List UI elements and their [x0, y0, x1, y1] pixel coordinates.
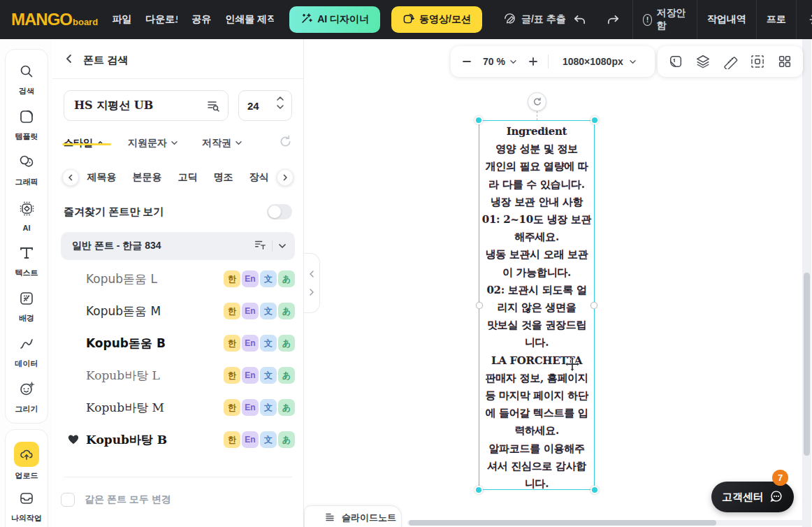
slide-note-label: 슬라이드노트: [342, 512, 396, 524]
badge-korean: 한: [224, 399, 240, 416]
vertical-scrollbar-track: [802, 39, 811, 527]
font-row-kopub-dotum-b[interactable]: Kopub돋움 B 한 En 文 あ: [61, 327, 295, 359]
text-extract-button[interactable]: 글/표 추출: [499, 6, 570, 33]
categories-next-icon[interactable]: [277, 169, 293, 186]
sidebar-item-ai[interactable]: AI: [6, 193, 48, 238]
sidebar-item-background[interactable]: 배경: [6, 284, 48, 329]
chevron-down-icon[interactable]: [278, 243, 287, 249]
layers-icon[interactable]: [691, 50, 715, 73]
settings-gear-icon[interactable]: [806, 8, 812, 31]
tab-license[interactable]: 저작권: [202, 137, 242, 150]
category-title[interactable]: 제목용: [87, 171, 117, 184]
template-icon: [18, 108, 35, 128]
sidebar-item-search[interactable]: 검색: [6, 57, 48, 102]
video-motion-button[interactable]: 동영상/모션: [391, 6, 482, 33]
vertical-scrollbar-thumb[interactable]: [804, 273, 810, 456]
page-size-dropdown[interactable]: 1080×1080px: [563, 56, 637, 67]
logo-sub-text: board: [73, 17, 98, 27]
sidebar-label: 템플릿: [15, 131, 38, 142]
collapse-left-icon[interactable]: [308, 270, 315, 278]
font-row-kopub-batang-b[interactable]: Kopub바탕 B 한 En 文 あ: [61, 424, 295, 456]
selected-text-element[interactable]: Ingredient 영양 성분 및 정보 개인의 필요 열량에 따 라 다를 …: [479, 120, 595, 490]
change-all-checkbox[interactable]: [61, 493, 75, 507]
font-size-field[interactable]: 24: [238, 90, 292, 121]
rotate-handle[interactable]: [528, 92, 546, 111]
chevron-down-icon: [235, 140, 242, 145]
snap-guides-icon[interactable]: [746, 50, 769, 73]
font-group-header[interactable]: 일반 폰트 - 한글 834: [61, 232, 295, 260]
badge-english: En: [242, 367, 259, 384]
mangoboard-logo[interactable]: MANGO board: [11, 10, 98, 29]
font-row-kopub-batang-l[interactable]: Kopub바탕 L 한 En 文 あ: [61, 359, 295, 391]
undo-button[interactable]: [570, 8, 589, 31]
grid-view-icon[interactable]: [773, 50, 797, 73]
work-history-button[interactable]: 작업내역: [707, 13, 746, 26]
sort-fonts-icon[interactable]: [254, 238, 266, 254]
page-size-value: 1080×1080px: [563, 56, 623, 67]
zoom-level-value: 70 %: [483, 56, 505, 67]
categories-prev-icon[interactable]: [62, 169, 79, 186]
sidebar-main-panel: 검색 템플릿 그래픽 AI: [5, 49, 48, 424]
menu-print[interactable]: 인쇄물 제작: [225, 13, 274, 26]
resize-handle-bottom-right[interactable]: [590, 486, 599, 494]
category-decorative[interactable]: 장식: [249, 171, 269, 184]
resize-handle-top-left[interactable]: [474, 116, 483, 124]
resize-handle-left[interactable]: [476, 302, 483, 309]
badge-chinese: 文: [260, 303, 277, 319]
sidebar-item-upload[interactable]: 업로드: [6, 438, 48, 484]
favorite-heart-icon[interactable]: [68, 434, 79, 447]
ai-designer-button[interactable]: AI 디자이너: [289, 6, 380, 33]
category-chips: 제목용 본문용 고딕 명조 장식: [79, 171, 277, 184]
ruler-icon[interactable]: [718, 50, 742, 73]
stepper-down-icon[interactable]: [276, 104, 284, 110]
sidebar-item-templates[interactable]: 템플릿: [6, 102, 48, 147]
sidebar-item-data[interactable]: 데이터: [6, 329, 48, 375]
active-tab-underline: [62, 143, 111, 145]
sidebar-item-graphics[interactable]: 그래픽: [6, 147, 48, 193]
font-name-input[interactable]: [64, 90, 229, 121]
horizontal-scrollbar-thumb[interactable]: [409, 520, 716, 526]
save-status[interactable]: ! 저장안함: [643, 7, 687, 32]
font-list-search-icon[interactable]: [206, 99, 220, 115]
header-divider: [796, 0, 797, 39]
slide-note-tab[interactable]: 슬라이드노트: [304, 505, 402, 527]
sidebar-item-text[interactable]: 텍스트: [6, 238, 48, 284]
language-badges: 한 En 文 あ: [224, 431, 295, 448]
redo-button[interactable]: [604, 8, 623, 31]
menu-file[interactable]: 파일: [112, 13, 131, 26]
font-row-kopub-batang-m[interactable]: Kopub바탕 M 한 En 文 あ: [61, 391, 295, 424]
font-name-field-wrap: [64, 90, 229, 121]
resize-handle-bottom-left[interactable]: [474, 486, 483, 494]
category-myeongjo[interactable]: 명조: [214, 171, 233, 184]
badge-korean: 한: [224, 270, 240, 287]
smiley-sparkle-icon: [18, 380, 36, 400]
customer-support-button[interactable]: 고객센터: [711, 482, 794, 512]
zoom-out-button[interactable]: [456, 51, 477, 72]
sidebar-item-myworks[interactable]: 나의작업: [6, 484, 48, 527]
resize-handle-right[interactable]: [590, 302, 597, 309]
stepper-up-icon[interactable]: [276, 96, 284, 101]
font-row-kopub-dotum-m[interactable]: Kopub돋움 M 한 En 文 あ: [61, 295, 295, 327]
language-badges: 한 En 文 あ: [224, 335, 295, 352]
back-arrow-icon[interactable]: [64, 53, 75, 67]
language-badges: 한 En 文 あ: [224, 303, 295, 319]
font-row-kopub-dotum-l[interactable]: Kopub돋움 L 한 En 文 あ: [61, 263, 295, 295]
menu-share[interactable]: 공유: [191, 13, 211, 26]
pro-button[interactable]: 프로: [767, 13, 786, 26]
page-number-icon[interactable]: [664, 50, 688, 73]
category-gothic[interactable]: 고딕: [178, 171, 198, 184]
menu-download[interactable]: 다운로드: [145, 13, 177, 26]
category-body[interactable]: 본문용: [133, 171, 162, 184]
tab-charset[interactable]: 지원문자: [128, 137, 178, 150]
favorites-toggle[interactable]: [267, 204, 292, 219]
expand-right-icon[interactable]: [308, 288, 315, 296]
reset-filters-icon[interactable]: [279, 135, 292, 151]
text-block-content[interactable]: Ingredient 영양 성분 및 정보 개인의 필요 열량에 따 라 다를 …: [475, 123, 598, 493]
zoom-in-button[interactable]: [523, 51, 544, 72]
font-name: Kopub돋움 L: [86, 271, 157, 287]
font-group-label: 일반 폰트 - 한글 834: [72, 240, 161, 252]
zoom-level-dropdown[interactable]: 70 %: [477, 56, 523, 67]
sidebar-item-draw[interactable]: 그리기: [6, 375, 48, 420]
resize-handle-top-right[interactable]: [590, 116, 599, 124]
canvas-area[interactable]: 70 % 1080×1080px: [304, 39, 812, 527]
